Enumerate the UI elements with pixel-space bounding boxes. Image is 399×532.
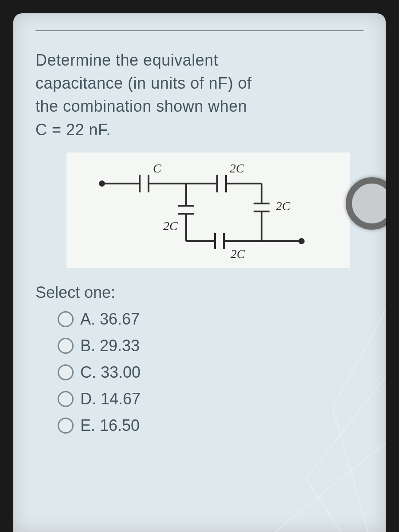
circuit-svg: C 2C 2C 2C 2C: [66, 153, 350, 268]
phone-screen: Determine the equivalent capacitance (in…: [13, 13, 386, 532]
cap-label-2c-right: 2C: [276, 199, 290, 213]
svg-point-22: [299, 239, 304, 243]
option-text: D. 14.67: [80, 390, 141, 408]
option-e[interactable]: E. 16.50: [58, 416, 372, 435]
option-c[interactable]: C. 33.00: [58, 363, 372, 382]
option-a[interactable]: A. 36.67: [58, 310, 372, 329]
question-line: the combination shown when: [35, 95, 372, 118]
option-text: C. 33.00: [80, 363, 141, 382]
radio-icon: [58, 311, 74, 327]
option-d[interactable]: D. 14.67: [58, 390, 372, 408]
select-one-label: Select one:: [35, 283, 372, 302]
radio-icon: [58, 338, 74, 354]
circuit-diagram: C 2C 2C 2C 2C: [66, 153, 350, 268]
radio-icon: [58, 418, 74, 434]
top-divider: [35, 24, 364, 31]
cap-label-2c-midleft: 2C: [163, 219, 178, 233]
option-text: A. 36.67: [80, 310, 140, 329]
option-text: E. 16.50: [80, 416, 140, 435]
question-text: Determine the equivalent capacitance (in…: [35, 49, 372, 141]
question-line: Determine the equivalent: [35, 49, 372, 72]
radio-icon: [58, 391, 74, 407]
radio-icon: [58, 364, 74, 380]
question-line: C = 22 nF.: [35, 118, 372, 141]
question-line: capacitance (in units of nF) of: [35, 72, 372, 95]
cap-label-2c-bottom: 2C: [231, 247, 245, 261]
options-list: A. 36.67 B. 29.33 C. 33.00 D. 14.67: [58, 310, 372, 435]
cap-label-c: C: [153, 161, 161, 175]
cap-label-2c-top: 2C: [230, 161, 244, 175]
option-b[interactable]: B. 29.33: [58, 336, 372, 355]
question-card: Determine the equivalent capacitance (in…: [35, 49, 372, 435]
option-text: B. 29.33: [80, 336, 140, 355]
